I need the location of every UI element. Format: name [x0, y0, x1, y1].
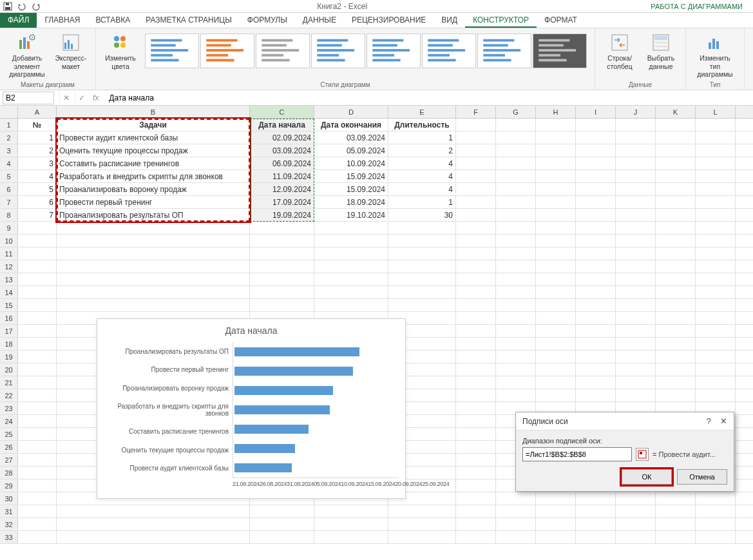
col-header[interactable]: C: [250, 106, 314, 118]
tab-insert[interactable]: ВСТАВКА: [88, 13, 138, 28]
cell[interactable]: №: [18, 119, 57, 131]
tab-formulas[interactable]: ФОРМУЛЫ: [240, 13, 295, 28]
layouts-group-label: Макеты диаграмм: [21, 81, 75, 88]
cell[interactable]: 1: [388, 196, 456, 208]
select-data-button[interactable]: Выбрать данные: [642, 31, 680, 72]
cell[interactable]: 2: [18, 144, 57, 157]
cell[interactable]: 03.09.2024: [250, 144, 314, 157]
cell[interactable]: 06.09.2024: [250, 157, 314, 169]
cell[interactable]: 3: [18, 157, 57, 169]
formula-input[interactable]: [106, 93, 750, 102]
cell[interactable]: Разработать и внедрить скрипты для звонк…: [57, 170, 250, 182]
cell[interactable]: 4: [388, 170, 456, 182]
cell[interactable]: Длительность: [388, 119, 456, 131]
cell[interactable]: Провести аудит клиентской базы: [57, 131, 250, 144]
style-thumb[interactable]: [200, 34, 254, 68]
cell[interactable]: 5: [18, 183, 57, 195]
style-thumb[interactable]: [422, 34, 476, 68]
col-header[interactable]: D: [314, 106, 388, 118]
col-header[interactable]: L: [696, 106, 736, 118]
cell[interactable]: 11.09.2024: [250, 170, 314, 182]
style-thumb[interactable]: [256, 34, 310, 68]
style-thumb[interactable]: [311, 34, 365, 68]
cell[interactable]: 03.09.2024: [314, 131, 388, 144]
cell[interactable]: Составить расписание тренингов: [57, 157, 250, 169]
col-header[interactable]: G: [496, 106, 536, 118]
redo-icon[interactable]: [31, 1, 41, 12]
name-box[interactable]: [3, 92, 54, 104]
add-chart-element-button[interactable]: + Добавить элемент диаграммы: [5, 31, 49, 80]
spreadsheet-grid[interactable]: A B C D E F G H I J K L 1 № Задачи Дата …: [0, 106, 753, 557]
cell[interactable]: Дата окончания: [314, 119, 388, 131]
svg-rect-45: [428, 59, 455, 62]
cell[interactable]: Проанализировать результаты ОП: [57, 209, 250, 221]
cell[interactable]: 19.10.2024: [314, 209, 388, 221]
fx-icon[interactable]: fx: [93, 93, 99, 102]
cell[interactable]: 10.09.2024: [314, 157, 388, 169]
style-thumb[interactable]: [145, 34, 199, 68]
cell[interactable]: Проанализировать воронку продаж: [57, 183, 250, 195]
col-header[interactable]: B: [57, 106, 250, 118]
cancel-button[interactable]: Отмена: [677, 469, 727, 485]
switch-row-col-button[interactable]: Строка/столбец: [600, 31, 639, 72]
tab-format[interactable]: ФОРМАТ: [537, 13, 585, 28]
save-icon[interactable]: [3, 1, 13, 12]
chart-styles-gallery[interactable]: [142, 31, 589, 71]
cell[interactable]: Провести первый тренинг: [57, 196, 250, 208]
cell[interactable]: 4: [18, 170, 57, 182]
express-layout-button[interactable]: Экспресс-макет: [52, 31, 90, 72]
cell[interactable]: Задачи: [57, 119, 250, 131]
add-element-label: Добавить элемент диаграммы: [8, 54, 46, 79]
style-thumb[interactable]: [533, 34, 587, 68]
change-chart-type-button[interactable]: Изменить тип диаграммы: [691, 31, 739, 80]
tab-layout[interactable]: РАЗМЕТКА СТРАНИЦЫ: [138, 13, 240, 28]
cell[interactable]: 17.09.2024: [250, 196, 314, 208]
cell[interactable]: 15.09.2024: [314, 183, 388, 195]
close-icon[interactable]: ✕: [720, 416, 727, 426]
cancel-formula-icon[interactable]: ✕: [59, 92, 72, 104]
range-input[interactable]: [522, 447, 632, 461]
col-header[interactable]: I: [576, 106, 616, 118]
undo-icon[interactable]: [17, 1, 27, 12]
select-all-corner[interactable]: [0, 106, 18, 118]
col-header[interactable]: A: [18, 106, 57, 118]
style-thumb[interactable]: [477, 34, 531, 68]
cell[interactable]: 19.09.2024: [250, 209, 314, 221]
change-colors-button[interactable]: Изменить цвета: [101, 31, 140, 72]
cell[interactable]: 2: [388, 144, 456, 157]
tab-view[interactable]: ВИД: [434, 13, 465, 28]
col-header[interactable]: E: [388, 106, 456, 118]
cell[interactable]: 18.09.2024: [314, 196, 388, 208]
help-icon[interactable]: ?: [707, 416, 711, 426]
cell[interactable]: 1: [388, 131, 456, 144]
cell[interactable]: 1: [18, 131, 57, 144]
accept-formula-icon[interactable]: ✓: [75, 92, 88, 104]
tab-design[interactable]: КОНСТРУКТОР: [465, 13, 537, 28]
tab-home[interactable]: ГЛАВНАЯ: [37, 13, 88, 28]
svg-text:+: +: [31, 35, 33, 40]
cell[interactable]: 4: [388, 183, 456, 195]
style-thumb[interactable]: [367, 34, 421, 68]
cell[interactable]: 02.09.2024: [250, 131, 314, 144]
cell[interactable]: 30: [388, 209, 456, 221]
cell[interactable]: Дата начала: [250, 119, 314, 131]
tab-data[interactable]: ДАННЫЕ: [295, 13, 344, 28]
cell[interactable]: Оценить текущие процессы продаж: [57, 144, 250, 157]
cell[interactable]: 6: [18, 196, 57, 208]
col-header[interactable]: J: [616, 106, 656, 118]
col-header[interactable]: F: [456, 106, 496, 118]
col-header[interactable]: H: [536, 106, 576, 118]
embedded-chart[interactable]: Дата начала Проанализировать результаты …: [97, 318, 406, 499]
ok-button[interactable]: ОК: [622, 469, 672, 485]
col-header[interactable]: K: [656, 106, 696, 118]
svg-rect-26: [262, 39, 292, 42]
colors-label: Изменить цвета: [104, 54, 137, 70]
cell[interactable]: 15.09.2024: [314, 170, 388, 182]
cell[interactable]: 12.09.2024: [250, 183, 314, 195]
cell[interactable]: 05.09.2024: [314, 144, 388, 157]
cell[interactable]: 7: [18, 209, 57, 221]
tab-review[interactable]: РЕЦЕНЗИРОВАНИЕ: [344, 13, 434, 28]
cell[interactable]: 4: [388, 157, 456, 169]
range-selector-icon[interactable]: [636, 448, 649, 461]
tab-file[interactable]: ФАЙЛ: [0, 13, 37, 28]
